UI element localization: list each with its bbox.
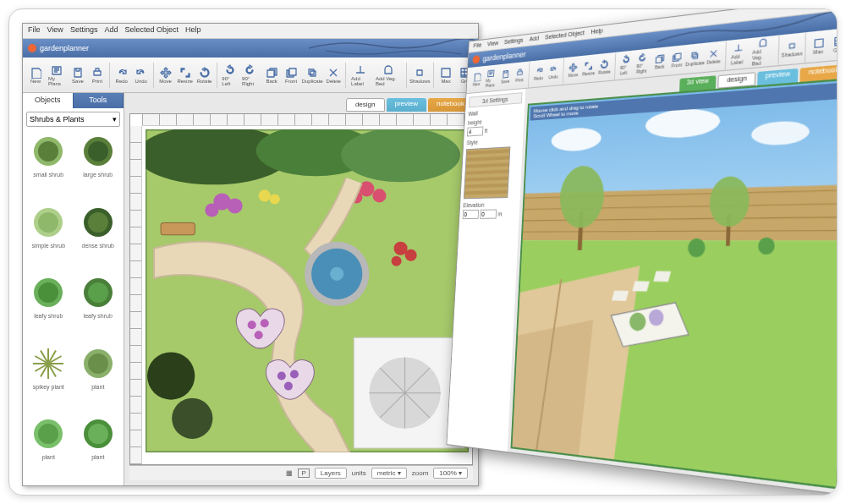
svg-point-25 [88,353,108,374]
toolbar-print-button[interactable]: Print [88,65,107,85]
toolbar-label-button[interactable]: Add Label [349,63,372,88]
toolbar-redo-button[interactable]: Redo [531,63,547,83]
toolbar-shadow-button[interactable]: Shadows [409,65,431,85]
toolbar-grid-button[interactable]: Grid [829,33,838,56]
palette-item[interactable]: leafy shrub [74,273,123,342]
menu-view[interactable]: View [47,25,63,36]
garden-plan [146,129,469,452]
toolbar-front-button[interactable]: Front [282,65,300,85]
elevation-input-1[interactable] [463,210,479,219]
svg-point-1 [38,141,58,162]
palette-item[interactable]: plant [74,414,123,484]
main-toolbar: NewMy PlansSavePrintRedoUndoMoveResizeRo… [23,58,478,93]
toolbar-rot-r-button[interactable]: 90° Right [239,63,261,88]
menu-settings[interactable]: Settings [70,25,98,36]
toolbar-undo-button[interactable]: Undo [132,65,151,85]
palette-item[interactable]: simple shrub [25,203,73,272]
status-bar: ▦ P Layers units metric ▾ zoom 100% ▾ [129,465,473,480]
ruler-horizontal [142,114,472,126]
palette-item[interactable]: plant [74,344,123,414]
tab-tools[interactable]: Tools [74,93,124,108]
menu-settings-r[interactable]: Settings [504,37,524,47]
object-palette: small shrublarge shrubsimple shrubdense … [23,130,124,485]
toolbar-resize-button[interactable]: Resize [581,58,596,79]
elevation-input-2[interactable] [480,209,497,218]
toolbar-max-button[interactable]: Max [809,35,828,58]
toolbar-veg-button[interactable]: Add Veg. Bed [373,63,404,88]
tab-preview[interactable]: preview [387,98,427,112]
toolbar-save-button[interactable]: Save [498,68,513,86]
zoom-label: zoom [412,469,429,477]
toolbar-rot-l-button[interactable]: 90° Left [219,63,239,88]
svg-point-36 [205,203,218,216]
toolbar-new-button[interactable]: New [470,70,483,89]
menu-add[interactable]: Add [104,25,118,36]
menu-help[interactable]: Help [185,25,201,36]
toolbar-back-button[interactable]: Back [651,52,668,73]
toolbar-del-button[interactable]: Delete [705,46,722,67]
category-value: Shrubs & Plants [30,115,85,123]
grid-toggle-icon[interactable]: ▦ [286,469,293,477]
palette-item[interactable]: leafy shrub [25,273,73,342]
palette-item[interactable]: dense shrub [74,203,123,272]
app-title-r: gardenplanner [482,50,525,63]
menu-help-r[interactable]: Help [591,27,602,36]
toolbar-front-button[interactable]: Front [668,50,685,71]
svg-point-62 [392,256,402,266]
palette-item[interactable]: plant [25,414,73,484]
toolbar-resize-button[interactable]: Resize [176,65,195,85]
toolbar-save-button[interactable]: Save [69,65,87,85]
parking-icon[interactable]: P [298,468,309,478]
tab-objects[interactable]: Objects [23,93,74,108]
toolbar-new-button[interactable]: New [26,65,45,85]
toolbar-dup-button[interactable]: Duplicate [301,65,323,85]
toolbar-plans-button[interactable]: My Plans [483,66,498,90]
toolbar-max-button[interactable]: Max [437,65,455,85]
objects-sidebar: Objects Tools Shrubs & Plants ▾ small sh… [23,93,124,485]
svg-point-65 [751,120,810,146]
toolbar-rot-r-button[interactable]: 90° Right [634,51,651,77]
svg-point-9 [38,282,58,303]
toolbar-rotate-button[interactable]: Rotate [596,57,613,77]
zoom-select[interactable]: 100% ▾ [433,468,468,479]
menu-view-r[interactable]: View [487,40,498,48]
menu-file[interactable]: File [28,25,41,36]
svg-point-38 [372,189,386,202]
toolbar-veg-button[interactable]: Add Veg. Bed [749,35,776,69]
toolbar-dup-button[interactable]: Duplicate [685,47,704,68]
3d-viewport[interactable]: Mouse click and drag to rotateScroll Whe… [510,78,838,489]
svg-rect-51 [161,223,195,235]
toolbar-del-button[interactable]: Delete [324,65,343,85]
palette-item[interactable]: spikey plant [25,344,73,414]
toolbar-print-button[interactable]: Print [513,66,527,85]
svg-point-27 [38,424,58,444]
units-select[interactable]: metric ▾ [371,468,407,479]
toolbar-plans-button[interactable]: My Plans [46,63,68,88]
palette-item[interactable]: small shrub [25,132,73,201]
tab-3d-settings[interactable]: 3d Settings [469,92,523,107]
category-dropdown[interactable]: Shrubs & Plants ▾ [26,112,120,127]
svg-point-41 [270,194,280,204]
toolbar-rot-l-button[interactable]: 90° Left [617,52,633,78]
svg-point-58 [147,352,195,399]
toolbar-back-button[interactable]: Back [262,65,281,85]
layers-button[interactable]: Layers [315,468,347,479]
toolbar-undo-button[interactable]: Undo [546,63,561,82]
elevation-label: Elevation [463,201,517,208]
toolbar-move-button[interactable]: Move [566,60,581,79]
style-preview[interactable] [464,146,511,199]
menu-selected-object[interactable]: Selected Object [124,25,179,36]
toolbar-move-button[interactable]: Move [157,65,175,85]
palette-item[interactable]: large shrub [74,132,123,201]
toolbar-rotate-button[interactable]: Rotate [195,65,214,85]
menu-add-r[interactable]: Add [529,35,539,43]
menu-file-r[interactable]: File [473,42,481,51]
toolbar-label-button[interactable]: Add Label [728,41,750,68]
height-input[interactable] [467,126,483,136]
main-app-window: File View Settings Add Selected Object H… [22,23,479,486]
design-canvas[interactable] [129,113,473,465]
toolbar-redo-button[interactable]: Redo [113,65,131,85]
title-bar: gardenplanner [23,39,478,58]
tab-design[interactable]: design [346,98,385,112]
toolbar-shadow-button[interactable]: Shadows [782,37,802,60]
